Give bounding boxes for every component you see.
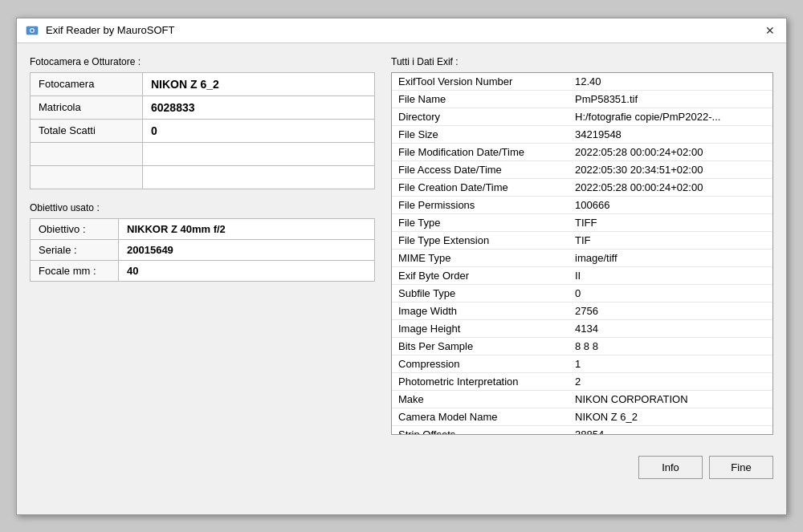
obiettivo-label: Obiettivo :: [31, 218, 119, 239]
exif-key: File Name: [392, 90, 569, 108]
exif-key: File Modification Date/Time: [392, 143, 569, 160]
camera-table: Fotocamera NIKON Z 6_2 Matricola 6028833…: [30, 72, 375, 189]
exif-value: 2756: [569, 302, 772, 319]
table-row: Focale mm : 40: [31, 260, 375, 281]
list-item: Image Width2756: [392, 302, 772, 319]
exif-key: Compression: [392, 355, 569, 372]
exif-key: Strip Offsets: [392, 425, 569, 434]
main-window: Exif Reader by MauroSOFT ✕ Fotocamera e …: [16, 18, 787, 515]
exif-key: File Access Date/Time: [392, 160, 569, 178]
svg-point-2: [31, 29, 34, 31]
focale-value: 40: [119, 260, 375, 281]
list-item: Camera Model NameNIKON Z 6_2: [392, 408, 772, 425]
exif-value: 100666: [569, 196, 772, 213]
list-item: ExifTool Version Number12.40: [392, 73, 772, 91]
content-area: Fotocamera e Otturatore : Fotocamera NIK…: [17, 43, 786, 448]
scatti-label: Totale Scatti: [31, 119, 143, 142]
list-item: File Type ExtensionTIF: [392, 231, 772, 249]
list-item: File Size34219548: [392, 125, 772, 143]
exif-key: Exif Byte Order: [392, 266, 569, 284]
info-button[interactable]: Info: [638, 456, 703, 479]
exif-value: 2022:05:28 00:00:24+02:00: [569, 178, 772, 196]
exif-key: Image Height: [392, 319, 569, 337]
exif-value: II: [569, 266, 772, 284]
exif-value: 4134: [569, 319, 772, 337]
seriale-value: 20015649: [119, 239, 375, 260]
list-item: File Creation Date/Time2022:05:28 00:00:…: [392, 178, 772, 196]
table-row-empty: [31, 165, 375, 189]
exif-key: File Size: [392, 125, 569, 143]
exif-key: File Permissions: [392, 196, 569, 213]
list-item: DirectoryH:/fotografie copie/PmP2022-...: [392, 108, 772, 125]
exif-key: Make: [392, 390, 569, 408]
exif-value: 34219548: [569, 125, 772, 143]
list-item: File Modification Date/Time2022:05:28 00…: [392, 143, 772, 160]
camera-value: NIKON Z 6_2: [143, 72, 375, 95]
camera-label: Fotocamera: [31, 72, 143, 95]
fine-button[interactable]: Fine: [709, 456, 773, 479]
exif-value: 1: [569, 355, 772, 372]
exif-key: ExifTool Version Number: [392, 73, 569, 91]
matricola-label: Matricola: [31, 95, 143, 119]
list-item: Strip Offsets38854: [392, 425, 772, 434]
list-item: Exif Byte OrderII: [392, 266, 772, 284]
list-item: File Permissions100666: [392, 196, 772, 213]
table-row: Totale Scatti 0: [31, 119, 375, 142]
exif-value: 2022:05:30 20:34:51+02:00: [569, 160, 772, 178]
exif-value: 2022:05:28 00:00:24+02:00: [569, 143, 772, 160]
title-bar-left: Exif Reader by MauroSOFT: [25, 23, 174, 38]
button-bar: Info Fine: [17, 448, 786, 492]
matricola-value: 6028833: [143, 95, 375, 119]
camera-section-label: Fotocamera e Otturatore :: [30, 56, 375, 67]
exif-value: NIKON Z 6_2: [569, 408, 772, 425]
list-item: MIME Typeimage/tiff: [392, 249, 772, 266]
exif-value: image/tiff: [569, 249, 772, 266]
table-row: Obiettivo : NIKKOR Z 40mm f/2: [31, 218, 375, 239]
close-button[interactable]: ✕: [762, 23, 778, 38]
exif-key: File Type Extension: [392, 231, 569, 249]
list-item: File TypeTIFF: [392, 213, 772, 231]
exif-table: ExifTool Version Number12.40File NamePmP…: [392, 73, 772, 434]
exif-key: Bits Per Sample: [392, 337, 569, 355]
exif-table-container: ExifTool Version Number12.40File NamePmP…: [391, 72, 773, 435]
exif-key: MIME Type: [392, 249, 569, 266]
list-item: File Access Date/Time2022:05:30 20:34:51…: [392, 160, 772, 178]
exif-key: Photometric Interpretation: [392, 372, 569, 390]
exif-key: Subfile Type: [392, 284, 569, 302]
exif-scroll-area[interactable]: ExifTool Version Number12.40File NamePmP…: [392, 73, 772, 434]
exif-value: PmP58351.tif: [569, 90, 772, 108]
lens-section-label: Obiettivo usato :: [30, 202, 375, 213]
left-panel: Fotocamera e Otturatore : Fotocamera NIK…: [30, 56, 375, 435]
exif-key: File Creation Date/Time: [392, 178, 569, 196]
exif-key: Directory: [392, 108, 569, 125]
exif-value: TIFF: [569, 213, 772, 231]
focale-label: Focale mm :: [31, 260, 119, 281]
scatti-value: 0: [143, 119, 375, 142]
title-bar: Exif Reader by MauroSOFT ✕: [17, 18, 786, 43]
list-item: File NamePmP58351.tif: [392, 90, 772, 108]
table-row: Matricola 6028833: [31, 95, 375, 119]
app-icon: [25, 23, 39, 38]
right-panel: Tutti i Dati Exif : ExifTool Version Num…: [391, 56, 773, 435]
table-row-empty: [31, 142, 375, 165]
exif-value: TIF: [569, 231, 772, 249]
list-item: Image Height4134: [392, 319, 772, 337]
lens-table: Obiettivo : NIKKOR Z 40mm f/2 Seriale : …: [30, 218, 375, 282]
exif-value: H:/fotografie copie/PmP2022-...: [569, 108, 772, 125]
exif-key: File Type: [392, 213, 569, 231]
title-text: Exif Reader by MauroSOFT: [46, 24, 174, 36]
table-row: Fotocamera NIKON Z 6_2: [31, 72, 375, 95]
list-item: Bits Per Sample8 8 8: [392, 337, 772, 355]
exif-value: 8 8 8: [569, 337, 772, 355]
exif-value: 12.40: [569, 73, 772, 91]
exif-section-label: Tutti i Dati Exif :: [391, 56, 773, 67]
table-row: Seriale : 20015649: [31, 239, 375, 260]
exif-value: 38854: [569, 425, 772, 434]
exif-value: 0: [569, 284, 772, 302]
exif-value: NIKON CORPORATION: [569, 390, 772, 408]
exif-key: Camera Model Name: [392, 408, 569, 425]
list-item: Subfile Type0: [392, 284, 772, 302]
list-item: Compression1: [392, 355, 772, 372]
list-item: MakeNIKON CORPORATION: [392, 390, 772, 408]
exif-key: Image Width: [392, 302, 569, 319]
